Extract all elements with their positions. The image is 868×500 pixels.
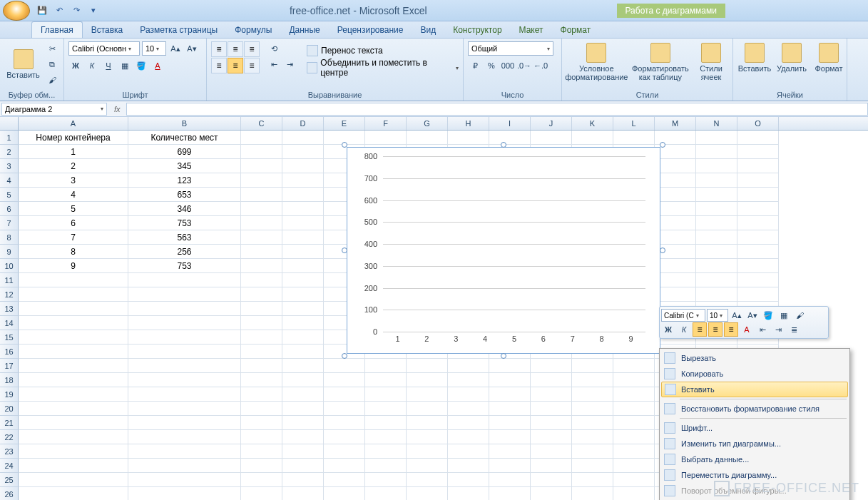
fill-color-icon[interactable]: 🪣 xyxy=(134,58,148,73)
cell[interactable] xyxy=(448,459,489,473)
cell[interactable] xyxy=(128,487,241,500)
cell[interactable] xyxy=(19,416,128,430)
mini-border-icon[interactable]: ▦ xyxy=(777,308,791,322)
cell[interactable] xyxy=(282,373,324,387)
cell[interactable] xyxy=(696,202,737,216)
cell[interactable] xyxy=(737,259,779,273)
cell[interactable] xyxy=(128,387,241,402)
mini-fill-icon[interactable]: 🪣 xyxy=(761,308,775,322)
tab-format[interactable]: Формат xyxy=(552,22,600,38)
column-header[interactable]: O xyxy=(737,117,779,130)
tab-page-layout[interactable]: Разметка страницы xyxy=(131,22,226,38)
align-middle-icon[interactable]: ≡ xyxy=(228,41,243,57)
column-header[interactable]: B xyxy=(128,117,241,130)
cell[interactable] xyxy=(128,430,241,444)
cell[interactable] xyxy=(282,302,324,316)
cell[interactable] xyxy=(572,359,613,373)
cell[interactable] xyxy=(696,188,737,202)
tab-review[interactable]: Рецензирование xyxy=(329,22,412,38)
context-menu-item[interactable]: Копировать xyxy=(661,366,848,382)
cell[interactable] xyxy=(531,387,572,402)
cell[interactable] xyxy=(572,487,613,500)
cell[interactable]: 753 xyxy=(128,259,241,273)
cell[interactable] xyxy=(128,416,241,430)
cell[interactable] xyxy=(448,444,489,459)
tab-insert[interactable]: Вставка xyxy=(83,22,132,38)
save-icon[interactable]: 💾 xyxy=(36,4,48,17)
cell[interactable] xyxy=(241,473,282,487)
cell[interactable] xyxy=(737,145,779,159)
cell[interactable] xyxy=(448,387,489,402)
cell[interactable] xyxy=(572,373,613,387)
cell[interactable] xyxy=(19,373,128,387)
cell[interactable] xyxy=(19,387,128,402)
cell[interactable] xyxy=(19,473,128,487)
cell[interactable] xyxy=(324,430,365,444)
cell[interactable] xyxy=(241,259,282,273)
context-menu-item[interactable]: Изменить тип диаграммы... xyxy=(661,436,848,451)
cell[interactable] xyxy=(241,145,282,159)
format-cells-button[interactable]: Формат xyxy=(812,41,846,74)
border-icon[interactable]: ▦ xyxy=(118,58,132,73)
row-header[interactable]: 12 xyxy=(0,287,19,302)
cell[interactable] xyxy=(282,444,324,459)
cell[interactable] xyxy=(572,444,613,459)
row-header[interactable]: 15 xyxy=(0,330,19,345)
cell[interactable] xyxy=(531,402,572,416)
cell[interactable] xyxy=(407,459,448,473)
cell[interactable] xyxy=(655,259,696,273)
cell[interactable] xyxy=(282,287,324,302)
cell[interactable] xyxy=(365,430,407,444)
cell[interactable] xyxy=(489,359,531,373)
cell[interactable] xyxy=(613,359,655,373)
row-header[interactable]: 9 xyxy=(0,245,19,259)
cell[interactable] xyxy=(241,487,282,500)
cell[interactable] xyxy=(365,444,407,459)
cell[interactable] xyxy=(282,216,324,230)
row-header[interactable]: 3 xyxy=(0,159,19,173)
cell[interactable] xyxy=(448,131,489,145)
mini-align-center-icon[interactable]: ≡ xyxy=(708,322,723,337)
font-size-combo[interactable]: 10▾ xyxy=(142,41,166,56)
decrease-decimal-icon[interactable]: ←.0 xyxy=(533,58,548,73)
cell[interactable] xyxy=(655,173,696,188)
cell[interactable] xyxy=(241,330,282,345)
cell[interactable] xyxy=(407,430,448,444)
cell[interactable] xyxy=(407,402,448,416)
cell[interactable] xyxy=(737,245,779,259)
cell[interactable] xyxy=(448,416,489,430)
cell[interactable] xyxy=(613,430,655,444)
cell[interactable] xyxy=(128,345,241,359)
context-menu-item[interactable]: Вырезать xyxy=(661,350,848,366)
cell[interactable] xyxy=(282,259,324,273)
column-header[interactable]: D xyxy=(282,117,324,130)
align-bottom-icon[interactable]: ≡ xyxy=(244,41,260,57)
cell[interactable] xyxy=(696,173,737,188)
cell[interactable] xyxy=(282,359,324,373)
cell[interactable] xyxy=(737,159,779,173)
wrap-text-button[interactable]: Перенос текста xyxy=(307,43,459,58)
cell[interactable]: 699 xyxy=(128,145,241,159)
row-header[interactable]: 25 xyxy=(0,473,19,487)
cell[interactable] xyxy=(282,330,324,345)
cell[interactable] xyxy=(19,273,128,287)
cell-styles-button[interactable]: Стили ячеек xyxy=(694,41,728,83)
cell[interactable] xyxy=(19,316,128,330)
cell[interactable] xyxy=(655,131,696,145)
column-header[interactable]: E xyxy=(324,117,365,130)
cell[interactable]: 345 xyxy=(128,159,241,173)
cell[interactable] xyxy=(324,487,365,500)
cell[interactable] xyxy=(655,245,696,259)
cell[interactable] xyxy=(324,373,365,387)
cell[interactable] xyxy=(613,444,655,459)
cell[interactable] xyxy=(241,373,282,387)
bold-button[interactable]: Ж xyxy=(68,58,83,73)
cell[interactable] xyxy=(324,444,365,459)
cell[interactable] xyxy=(241,387,282,402)
column-header[interactable]: K xyxy=(572,117,613,130)
cell[interactable] xyxy=(324,131,365,145)
cell[interactable] xyxy=(448,373,489,387)
cell[interactable] xyxy=(572,459,613,473)
mini-italic-button[interactable]: К xyxy=(677,322,691,337)
row-header[interactable]: 17 xyxy=(0,359,19,373)
